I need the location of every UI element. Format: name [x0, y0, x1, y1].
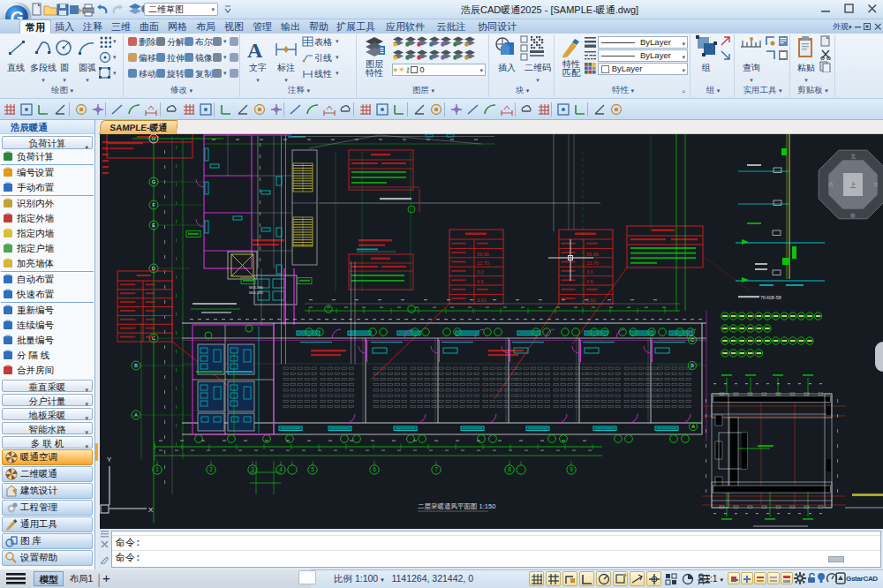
svg-text:9: 9	[570, 466, 573, 472]
svg-text:2: 2	[209, 466, 213, 472]
svg-text:G: G	[152, 179, 156, 185]
svg-text:西: 西	[828, 182, 834, 188]
svg-text:北: 北	[850, 153, 856, 160]
svg-text:东: 东	[873, 181, 879, 187]
svg-text:8: 8	[508, 466, 511, 472]
svg-text:22.70: 22.70	[586, 260, 599, 266]
svg-text:59.96: 59.96	[477, 252, 489, 257]
svg-text:二层采暖通风平面图 1:150: 二层采暖通风平面图 1:150	[418, 502, 495, 510]
svg-text:E: E	[152, 222, 155, 228]
svg-text:A: A	[134, 412, 138, 418]
svg-text:22.70: 22.70	[477, 260, 489, 266]
svg-text:59.96: 59.96	[586, 252, 599, 257]
svg-text:D: D	[152, 266, 156, 271]
svg-text:M05-180: M05-180	[249, 290, 264, 295]
svg-text:A: A	[691, 424, 695, 429]
svg-text:4.5: 4.5	[477, 279, 484, 284]
svg-text:1: 1	[155, 466, 159, 472]
svg-text:3.0: 3.0	[586, 269, 593, 275]
svg-text:7: 7	[434, 466, 438, 472]
svg-text:M05-180: M05-180	[249, 285, 264, 290]
svg-text:南: 南	[850, 213, 856, 218]
svg-text:4: 4	[279, 466, 283, 472]
svg-text:B: B	[134, 363, 138, 368]
svg-text:3: 3	[251, 466, 254, 472]
svg-text:Y: Y	[107, 456, 112, 464]
svg-text:3.92: 3.92	[477, 298, 487, 303]
svg-text:6: 6	[373, 466, 376, 472]
svg-text:7K408-58: 7K408-58	[760, 295, 781, 300]
svg-text:3.0: 3.0	[477, 269, 484, 275]
svg-text:F: F	[152, 202, 155, 207]
svg-text:5: 5	[311, 466, 314, 472]
svg-text:4.5: 4.5	[586, 279, 593, 284]
svg-text:上: 上	[850, 182, 857, 188]
svg-text:X: X	[148, 506, 154, 514]
